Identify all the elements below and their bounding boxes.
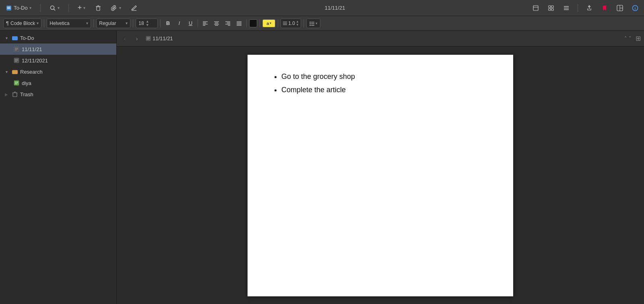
research-chevron: ▾ xyxy=(3,70,10,74)
svg-rect-2 xyxy=(7,8,10,9)
fmt-sep2 xyxy=(93,19,94,27)
align-center-icon xyxy=(214,21,219,26)
sidebar-item-research[interactable]: ▾ Research xyxy=(0,66,116,77)
diya-label: diya xyxy=(22,80,113,86)
editor-top-right: ˄ ˅ ⊞ xyxy=(624,35,641,42)
editor-content: Go to the grocery shop Complete the arti… xyxy=(117,47,644,304)
editor-area: ‹ › 11/11/21 ˄ ˅ ⊞ Go t xyxy=(117,31,644,304)
bookmark-icon xyxy=(601,5,608,11)
note-browser-toolbar: ‹ › 11/11/21 ˄ ˅ ⊞ xyxy=(117,31,644,47)
font-weight-selector[interactable]: Regular ▾ xyxy=(96,19,130,28)
trash-folder-icon xyxy=(11,91,19,98)
bookmark-btn[interactable] xyxy=(599,2,610,14)
fmt-sep8 xyxy=(278,19,278,27)
todo-chevron: ▾ xyxy=(3,36,10,40)
bullet-list: Go to the grocery shop Complete the arti… xyxy=(272,71,489,96)
note2-label: 12/11/2021 xyxy=(22,58,113,64)
notebook-icon xyxy=(6,5,12,11)
line-height-arrows: ▲▼ xyxy=(296,20,299,27)
align-left-icon xyxy=(202,21,208,26)
sep1 xyxy=(40,4,41,12)
add-btn[interactable]: + ▾ xyxy=(75,2,88,14)
attachment-btn[interactable]: ▾ xyxy=(109,3,124,13)
share-icon xyxy=(586,5,592,11)
list-icon xyxy=(309,21,315,26)
sidebar-item-trash[interactable]: ▶ Trash xyxy=(0,89,116,100)
line-height-value: 1.0 xyxy=(288,21,295,26)
block-type-selector[interactable]: ¶ Code Block ▾ xyxy=(3,19,41,28)
align-center-btn[interactable] xyxy=(212,19,221,28)
add-icon: + xyxy=(78,4,82,12)
highlight-letter: a xyxy=(266,21,269,26)
fmt-sep3 xyxy=(133,19,133,27)
window-title: 11/11/21 xyxy=(144,5,525,11)
italic-btn[interactable]: I xyxy=(174,19,184,28)
font-family-selector[interactable]: Helvetica ▾ xyxy=(47,19,91,28)
svg-rect-57 xyxy=(12,70,18,74)
align-left-btn[interactable] xyxy=(200,19,210,28)
collapse-down-btn[interactable]: ˅ xyxy=(629,35,632,41)
note1-label: 11/11/21 xyxy=(22,46,113,52)
split-view-btn[interactable]: ⊞ xyxy=(636,35,641,42)
view-single-btn[interactable] xyxy=(530,2,541,14)
compose-icon xyxy=(131,5,137,11)
list-btn[interactable]: ▾ xyxy=(306,19,320,28)
share-btn[interactable] xyxy=(584,2,595,14)
bullet-item-1: Go to the grocery shop xyxy=(281,71,489,83)
svg-rect-5 xyxy=(97,7,100,10)
sidebar-item-note-2[interactable]: 12/11/2021 xyxy=(0,55,116,66)
highlight-color-btn[interactable]: a ▾ xyxy=(262,19,275,27)
diya-icon xyxy=(13,79,20,87)
align-justify-btn[interactable] xyxy=(234,19,244,28)
notebook-label: To-Do xyxy=(14,5,28,11)
delete-btn[interactable] xyxy=(93,3,104,13)
nav-back-btn[interactable]: ‹ xyxy=(120,34,130,43)
view-grid-btn[interactable] xyxy=(545,2,557,14)
align-right-icon xyxy=(225,21,231,26)
search-icon xyxy=(50,5,56,11)
bold-btn[interactable]: B xyxy=(163,19,173,28)
text-color-btn[interactable] xyxy=(249,19,257,27)
breadcrumb-note-icon xyxy=(146,36,151,41)
collapse-up-btn[interactable]: ˄ xyxy=(624,35,627,41)
fmt-sep6 xyxy=(246,19,247,27)
svg-point-44 xyxy=(310,23,310,24)
top-toolbar: To-Do ▾ ▾ + ▾ ▾ 1 xyxy=(0,0,644,16)
info-btn[interactable]: i xyxy=(630,2,641,14)
attachment-icon xyxy=(111,5,118,11)
font-family-label: Helvetica xyxy=(50,21,69,26)
nav-forward-btn[interactable]: › xyxy=(132,34,142,43)
fmt-sep4 xyxy=(160,19,161,27)
list-chevron: ▾ xyxy=(316,21,318,25)
document-page[interactable]: Go to the grocery shop Complete the arti… xyxy=(248,55,513,296)
sidebar-item-diya[interactable]: diya xyxy=(0,77,116,89)
block-type-chevron: ▾ xyxy=(37,21,39,25)
align-right-btn[interactable] xyxy=(223,19,233,28)
view-single-icon xyxy=(533,5,539,11)
size-arrows: ▲▼ xyxy=(146,20,149,27)
panel-btn[interactable] xyxy=(614,2,625,14)
font-size-selector[interactable]: 18 ▲▼ xyxy=(136,19,158,28)
compose-btn[interactable] xyxy=(128,3,140,13)
fmt-sep1 xyxy=(44,19,44,27)
view-list-btn[interactable] xyxy=(561,2,572,14)
svg-point-42 xyxy=(310,21,310,22)
svg-rect-13 xyxy=(549,8,551,10)
svg-rect-1 xyxy=(7,7,10,8)
svg-text:i: i xyxy=(635,6,636,10)
notebook-selector[interactable]: To-Do ▾ xyxy=(3,3,34,13)
todo-label: To-Do xyxy=(20,35,113,41)
fmt-sep9 xyxy=(303,19,304,27)
note2-icon xyxy=(13,57,20,64)
svg-line-4 xyxy=(54,9,55,10)
sep2 xyxy=(68,4,69,12)
line-height-control[interactable]: 1.0 ▲▼ xyxy=(281,19,301,28)
underline-btn[interactable]: U xyxy=(186,19,195,28)
toolbar-right: i xyxy=(530,2,641,14)
sidebar-item-note-1[interactable]: 11/11/21 xyxy=(0,43,116,55)
weight-chevron: ▾ xyxy=(126,21,128,25)
main-area: ▾ To-Do xyxy=(0,31,644,304)
svg-rect-11 xyxy=(549,6,551,8)
sidebar-item-todo[interactable]: ▾ To-Do xyxy=(0,32,116,43)
search-btn[interactable]: ▾ xyxy=(47,3,62,13)
